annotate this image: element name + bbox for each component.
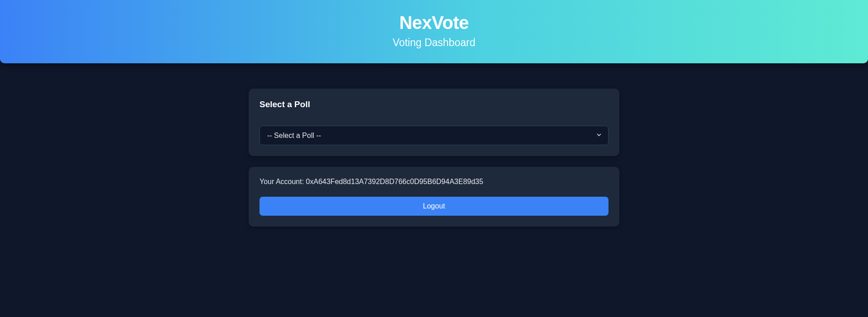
poll-select-wrap: -- Select a Poll -- — [259, 126, 609, 145]
app-title: NexVote — [0, 13, 868, 33]
logout-button[interactable]: Logout — [259, 197, 609, 216]
account-card: Your Account: 0xA643Fed8d13A7392D8D766c0… — [249, 167, 619, 227]
hero-banner: NexVote Voting Dashboard — [0, 0, 868, 63]
poll-select[interactable]: -- Select a Poll -- — [259, 126, 609, 145]
app-subtitle: Voting Dashboard — [0, 37, 868, 49]
account-address: 0xA643Fed8d13A7392D8D766c0D95B6D94A3E89d… — [306, 178, 483, 185]
account-label: Your Account: — [259, 178, 306, 185]
account-line: Your Account: 0xA643Fed8d13A7392D8D766c0… — [259, 178, 609, 186]
main-container: Select a Poll -- Select a Poll -- Your A… — [249, 89, 619, 227]
poll-select-card: Select a Poll -- Select a Poll -- — [249, 89, 619, 156]
poll-select-title: Select a Poll — [259, 99, 609, 109]
